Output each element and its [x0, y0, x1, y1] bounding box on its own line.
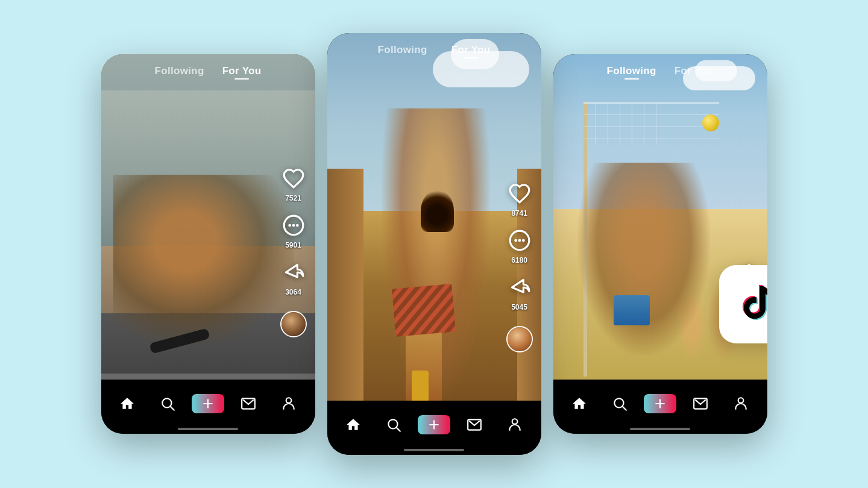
svg-point-2 — [292, 224, 295, 227]
tab-foryou-center[interactable]: For You — [451, 44, 491, 56]
tab-foryou-right[interactable]: For You — [675, 65, 714, 77]
tiktok-logo-overlay — [719, 265, 767, 343]
bottom-nav-center — [327, 401, 541, 455]
phones-container: Following For You 7521 — [101, 33, 767, 455]
phone-center-screen: Following For You 8741 — [327, 33, 541, 455]
avatar-center[interactable] — [506, 326, 533, 352]
nav-profile-right[interactable] — [721, 396, 761, 411]
comment-action-left[interactable]: 5901 — [280, 212, 307, 249]
net-top — [583, 102, 719, 104]
tab-following-center[interactable]: Following — [378, 44, 427, 56]
comment-icon-left[interactable] — [280, 212, 307, 239]
home-indicator-center — [404, 449, 464, 451]
nav-inbox-right[interactable] — [681, 396, 721, 411]
like-count-center: 8741 — [511, 209, 527, 217]
side-actions-left: 7521 5901 — [280, 165, 307, 337]
share-icon-left[interactable] — [280, 259, 307, 286]
bottom-nav-right — [553, 380, 767, 434]
dancer-skirt — [391, 284, 456, 337]
nav-add-right[interactable] — [640, 394, 681, 413]
net-row2 — [583, 114, 719, 115]
nav-home-right[interactable] — [559, 396, 600, 411]
nav-search-right[interactable] — [600, 396, 640, 411]
svg-point-7 — [514, 239, 517, 242]
dancer-hair — [421, 190, 454, 232]
net-vert6 — [656, 102, 656, 145]
net-vert2 — [608, 102, 608, 145]
comment-icon-center[interactable] — [506, 227, 533, 254]
avatar-left[interactable] — [280, 311, 307, 337]
svg-point-9 — [521, 239, 524, 242]
share-count-left: 3064 — [285, 288, 301, 296]
nav-add-center[interactable] — [414, 415, 454, 434]
share-icon-center[interactable] — [506, 274, 533, 301]
nav-search-center[interactable] — [374, 417, 414, 433]
arch-left — [327, 169, 363, 401]
heart-icon-center[interactable] — [506, 180, 533, 207]
add-button-right[interactable] — [646, 394, 674, 413]
nav-profile-left[interactable] — [269, 396, 309, 411]
like-count-left: 7521 — [285, 194, 301, 202]
net-vert5 — [644, 102, 644, 145]
side-actions-center: 8741 6180 — [506, 180, 533, 352]
nav-inbox-left[interactable] — [228, 396, 269, 411]
add-button-center[interactable] — [420, 415, 448, 434]
svg-point-3 — [295, 224, 298, 227]
player-shorts — [614, 295, 650, 325]
share-count-center: 5045 — [511, 303, 527, 311]
svg-point-13 — [738, 398, 744, 403]
comment-count-center: 6180 — [511, 256, 527, 264]
boot-left — [412, 371, 429, 404]
net-row3 — [583, 127, 719, 127]
svg-point-5 — [286, 398, 292, 403]
volleyball-player — [577, 163, 710, 355]
net-row4 — [583, 139, 719, 139]
phone-left: Following For You 7521 — [101, 54, 315, 434]
add-button-left[interactable] — [194, 394, 222, 413]
tab-foryou-left[interactable]: For You — [222, 65, 262, 77]
skater-figure — [113, 175, 294, 343]
svg-point-8 — [518, 239, 521, 242]
like-action-center[interactable]: 8741 — [506, 180, 533, 217]
top-nav-center: Following For You — [327, 33, 541, 61]
volleyball-ball — [702, 114, 719, 131]
phone-center: Following For You 8741 — [327, 33, 541, 455]
nav-profile-center[interactable] — [495, 417, 535, 433]
home-indicator-left — [178, 428, 238, 430]
net-vert4 — [632, 102, 632, 145]
comment-action-center[interactable]: 6180 — [506, 227, 533, 264]
phone-right: Following For You 4367 — [553, 54, 767, 434]
like-action-left[interactable]: 7521 — [280, 165, 307, 202]
share-action-center[interactable]: 5045 — [506, 274, 533, 311]
nav-home-left[interactable] — [107, 396, 148, 411]
phone-left-screen: Following For You 7521 — [101, 54, 315, 434]
nav-inbox-center[interactable] — [454, 417, 495, 433]
svg-point-1 — [288, 224, 291, 227]
home-indicator-right — [630, 428, 690, 430]
top-nav-right: Following For You — [553, 54, 767, 82]
top-nav-left: Following For You — [101, 54, 315, 82]
nav-add-left[interactable] — [188, 394, 228, 413]
svg-point-11 — [512, 419, 518, 424]
net-vert1 — [596, 102, 596, 145]
nav-home-center[interactable] — [333, 417, 374, 433]
net-vert3 — [620, 102, 620, 145]
comment-count-left: 5901 — [285, 241, 301, 249]
tab-following-left[interactable]: Following — [155, 65, 204, 77]
tiktok-logo-icon — [734, 280, 767, 328]
heart-icon-left[interactable] — [280, 165, 307, 192]
nav-search-left[interactable] — [148, 396, 188, 411]
bottom-nav-left — [101, 380, 315, 434]
phone-right-screen: Following For You 4367 — [553, 54, 767, 434]
tab-following-right[interactable]: Following — [607, 65, 656, 77]
share-action-left[interactable]: 3064 — [280, 259, 307, 296]
